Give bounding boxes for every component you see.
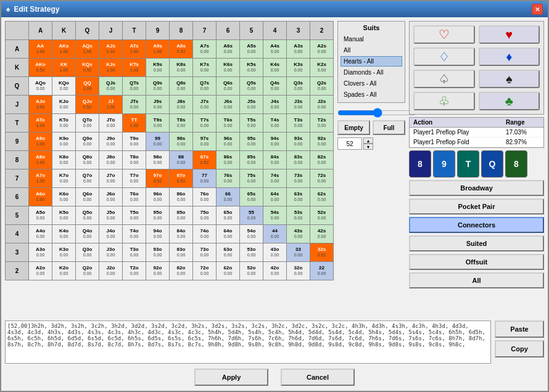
heart-outline-button[interactable]: ♡ bbox=[413, 25, 475, 44]
grid-cell-82o[interactable]: 82o0.00 bbox=[170, 262, 193, 280]
grid-cell-J2s[interactable]: J2s0.00 bbox=[310, 96, 334, 114]
grid-cell-Q3o[interactable]: Q3o0.00 bbox=[76, 243, 99, 262]
suited-button[interactable]: Suited bbox=[409, 235, 544, 251]
grid-cell-73s[interactable]: 73s0.00 bbox=[287, 169, 310, 188]
grid-cell-AQo[interactable]: AQo0.00 bbox=[29, 77, 52, 96]
spade-filled-button[interactable]: ♠ bbox=[479, 70, 540, 88]
grid-cell-Q7s[interactable]: Q7s0.00 bbox=[193, 77, 217, 96]
grid-cell-J5s[interactable]: J5s0.00 bbox=[240, 96, 263, 114]
grid-cell-T7o[interactable]: T7o0.00 bbox=[123, 169, 146, 188]
grid-cell-K2o[interactable]: K2o0.00 bbox=[52, 262, 76, 280]
grid-cell-Q4s[interactable]: Q4s0.00 bbox=[263, 77, 287, 96]
grid-cell-K5o[interactable]: K5o0.00 bbox=[52, 206, 76, 225]
grid-cell-32o[interactable]: 32o0.00 bbox=[287, 262, 310, 280]
grid-cell-98s[interactable]: 98s0.00 bbox=[170, 133, 193, 151]
grid-cell-53s[interactable]: 53s0.00 bbox=[287, 206, 310, 225]
offsuit-button[interactable]: Offsuit bbox=[409, 254, 544, 270]
grid-cell-QQ[interactable]: QQ1.00 bbox=[76, 77, 99, 96]
paste-button[interactable]: Paste bbox=[495, 321, 544, 338]
suit-all[interactable]: All bbox=[341, 45, 402, 55]
hand-textarea[interactable] bbox=[5, 321, 491, 364]
grid-cell-Q5o[interactable]: Q5o0.00 bbox=[76, 206, 99, 225]
apply-button[interactable]: Apply bbox=[194, 369, 268, 386]
grid-cell-A4o[interactable]: A4o0.00 bbox=[29, 225, 52, 243]
grid-cell-93s[interactable]: 93s0.00 bbox=[287, 133, 310, 151]
grid-cell-K4s[interactable]: K4s0.00 bbox=[263, 59, 287, 77]
grid-cell-K9o[interactable]: K9o0.00 bbox=[52, 133, 76, 151]
grid-cell-95o[interactable]: 95o0.00 bbox=[146, 206, 170, 225]
grid-cell-A6o[interactable]: A6o1.00 bbox=[29, 188, 52, 206]
grid-cell-J8o[interactable]: J8o0.00 bbox=[99, 151, 123, 169]
grid-cell-A9s[interactable]: A9s1.00 bbox=[146, 40, 170, 59]
grid-cell-K7o[interactable]: K7o0.00 bbox=[52, 169, 76, 188]
grid-cell-QJs[interactable]: QJs0.00 bbox=[99, 77, 123, 96]
grid-cell-85s[interactable]: 85s0.00 bbox=[240, 151, 263, 169]
grid-cell-K6s[interactable]: K6s0.00 bbox=[217, 59, 240, 77]
connectors-button[interactable]: Connectors bbox=[409, 217, 544, 233]
copy-button[interactable]: Copy bbox=[495, 340, 544, 357]
grid-cell-86o[interactable]: 86o0.00 bbox=[170, 188, 193, 206]
grid-cell-73o[interactable]: 73o0.00 bbox=[193, 243, 217, 262]
suit-hearts-all[interactable]: Hearts - All bbox=[341, 56, 402, 67]
grid-cell-33[interactable]: 330.00 bbox=[287, 243, 310, 262]
club-outline-button[interactable]: ♧ bbox=[413, 92, 475, 110]
grid-cell-94s[interactable]: 94s0.00 bbox=[263, 133, 287, 151]
grid-cell-62o[interactable]: 62o0.00 bbox=[217, 262, 240, 280]
grid-cell-97o[interactable]: 97o0.52 bbox=[146, 169, 170, 188]
grid-cell-Q4o[interactable]: Q4o0.00 bbox=[76, 225, 99, 243]
grid-cell-A3s[interactable]: A3s0.00 bbox=[287, 40, 310, 59]
grid-cell-AJo[interactable]: AJo1.00 bbox=[29, 96, 52, 114]
grid-cell-KK[interactable]: KK1.00 bbox=[52, 59, 76, 77]
full-button[interactable]: Full bbox=[373, 120, 405, 135]
grid-cell-J7o[interactable]: J7o0.00 bbox=[99, 169, 123, 188]
grid-cell-Q9s[interactable]: Q9s0.00 bbox=[146, 77, 170, 96]
grid-cell-52s[interactable]: 52s0.00 bbox=[310, 206, 334, 225]
grid-cell-95s[interactable]: 95s0.00 bbox=[240, 133, 263, 151]
grid-cell-93o[interactable]: 93o0.00 bbox=[146, 243, 170, 262]
grid-cell-87s[interactable]: 87s0.52 bbox=[193, 151, 217, 169]
grid-cell-44[interactable]: 440.00 bbox=[263, 225, 287, 243]
grid-cell-43o[interactable]: 43o0.00 bbox=[263, 243, 287, 262]
grid-cell-43s[interactable]: 43s0.00 bbox=[287, 225, 310, 243]
grid-cell-53o[interactable]: 53o0.00 bbox=[240, 243, 263, 262]
grid-cell-98o[interactable]: 98o0.00 bbox=[146, 151, 170, 169]
grid-cell-88[interactable]: 880.00 bbox=[170, 151, 193, 169]
grid-cell-52o[interactable]: 52o0.00 bbox=[240, 262, 263, 280]
grid-cell-92o[interactable]: 92o0.00 bbox=[146, 262, 170, 280]
grid-cell-A2o[interactable]: A2o0.00 bbox=[29, 262, 52, 280]
grid-cell-82s[interactable]: 82s0.00 bbox=[310, 151, 334, 169]
spinner-up-button[interactable]: ▲ bbox=[363, 137, 373, 144]
grid-cell-42o[interactable]: 42o0.00 bbox=[263, 262, 287, 280]
grid-cell-JTs[interactable]: JTs0.00 bbox=[123, 96, 146, 114]
heart-filled-button[interactable]: ♥ bbox=[479, 25, 540, 44]
grid-cell-72s[interactable]: 72s0.00 bbox=[310, 169, 334, 188]
grid-cell-K2s[interactable]: K2s0.00 bbox=[310, 59, 334, 77]
grid-cell-K9s[interactable]: K9s0.00 bbox=[146, 59, 170, 77]
grid-cell-QTo[interactable]: QTo0.00 bbox=[76, 114, 99, 133]
grid-cell-Q5s[interactable]: Q5s0.00 bbox=[240, 77, 263, 96]
grid-cell-A7o[interactable]: A7o1.00 bbox=[29, 169, 52, 188]
grid-cell-55[interactable]: 550.00 bbox=[240, 206, 263, 225]
grid-cell-Q9o[interactable]: Q9o0.00 bbox=[76, 133, 99, 151]
close-button[interactable]: ✕ bbox=[532, 4, 543, 15]
grid-cell-72o[interactable]: 72o0.00 bbox=[193, 262, 217, 280]
cancel-button[interactable]: Cancel bbox=[281, 369, 355, 386]
grid-cell-KQo[interactable]: KQo0.00 bbox=[52, 77, 76, 96]
grid-cell-96s[interactable]: 96s0.00 bbox=[217, 133, 240, 151]
grid-cell-KTs[interactable]: KTs1.00 bbox=[123, 59, 146, 77]
grid-cell-AKo[interactable]: AKo0.52 bbox=[29, 59, 52, 77]
grid-cell-T6o[interactable]: T6o0.00 bbox=[123, 188, 146, 206]
grid-cell-A5s[interactable]: A5s0.00 bbox=[240, 40, 263, 59]
grid-cell-T9o[interactable]: T9o0.00 bbox=[123, 133, 146, 151]
empty-button[interactable]: Empty bbox=[337, 120, 370, 135]
grid-cell-Q8o[interactable]: Q8o0.00 bbox=[76, 151, 99, 169]
grid-cell-T2s[interactable]: T2s0.00 bbox=[310, 114, 334, 133]
grid-cell-Q8s[interactable]: Q8s0.00 bbox=[170, 77, 193, 96]
grid-cell-JTo[interactable]: JTo0.00 bbox=[99, 114, 123, 133]
grid-cell-92s[interactable]: 92s0.00 bbox=[310, 133, 334, 151]
grid-cell-T4o[interactable]: T4o0.00 bbox=[123, 225, 146, 243]
grid-cell-85o[interactable]: 85o0.00 bbox=[170, 206, 193, 225]
grid-cell-A6s[interactable]: A6s0.00 bbox=[217, 40, 240, 59]
grid-cell-A4s[interactable]: A4s0.00 bbox=[263, 40, 287, 59]
grid-cell-76o[interactable]: 76o0.00 bbox=[193, 188, 217, 206]
